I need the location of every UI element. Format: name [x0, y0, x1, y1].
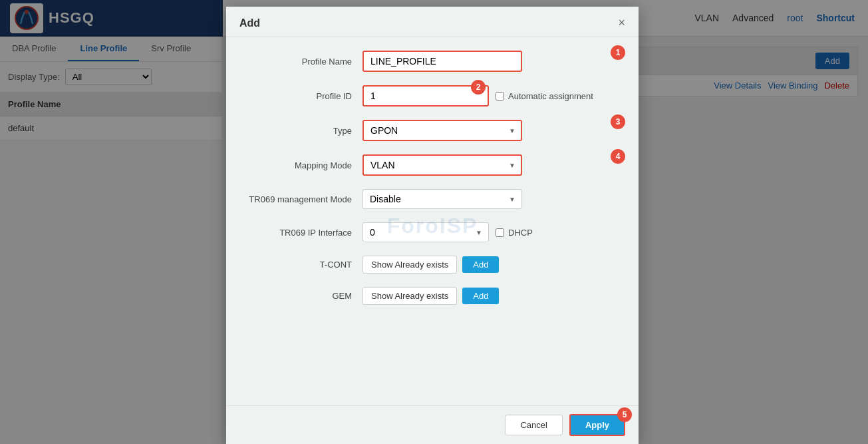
- mapping-mode-select-wrapper: VLAN GEM TCI: [362, 154, 522, 176]
- cancel-button[interactable]: Cancel: [505, 415, 562, 435]
- tr069-mode-row: TR069 management Mode Disable Enable: [246, 189, 619, 209]
- tcont-label: T-CONT: [246, 260, 362, 270]
- profile-id-label: Profile ID: [246, 91, 362, 101]
- gem-row: GEM Show Already exists Add: [246, 287, 619, 305]
- add-modal: Add × Profile Name 1 Profile ID 2 Automa…: [226, 7, 639, 444]
- modal-header: Add ×: [226, 7, 639, 37]
- tr069-mode-label: TR069 management Mode: [246, 194, 362, 204]
- apply-button[interactable]: Apply: [569, 414, 625, 436]
- step-badge-4: 4: [611, 149, 625, 164]
- dhcp-checkbox[interactable]: [496, 228, 504, 237]
- profile-name-label: Profile Name: [246, 57, 362, 67]
- step-badge-2: 2: [471, 80, 486, 95]
- gem-label: GEM: [246, 291, 362, 301]
- dhcp-label: DHCP: [496, 228, 533, 238]
- tr069-ip-select[interactable]: 0 1 2: [362, 222, 489, 242]
- tcont-show-exists-button[interactable]: Show Already exists: [362, 256, 457, 274]
- tcont-row: T-CONT Show Already exists Add: [246, 256, 619, 274]
- modal-close-button[interactable]: ×: [618, 16, 625, 30]
- gem-add-button[interactable]: Add: [462, 288, 499, 304]
- automatic-assignment-checkbox[interactable]: [496, 92, 504, 101]
- tr069-mode-select-wrapper: Disable Enable: [362, 189, 522, 209]
- type-select-wrapper: GPON EPON XGS-PON: [362, 120, 522, 141]
- mapping-mode-label: Mapping Mode: [246, 160, 362, 170]
- profile-id-row: Profile ID 2 Automatic assignment: [246, 85, 619, 107]
- apply-wrapper: Apply 5: [569, 414, 625, 436]
- tr069-ip-label: TR069 IP Interface: [246, 228, 362, 238]
- automatic-assignment-label: Automatic assignment: [496, 91, 593, 101]
- tcont-add-button[interactable]: Add: [462, 256, 499, 273]
- modal-body: Profile Name 1 Profile ID 2 Automatic as…: [226, 37, 639, 405]
- profile-name-input[interactable]: [362, 51, 522, 72]
- tr069-mode-select[interactable]: Disable Enable: [362, 189, 522, 209]
- type-row: Type GPON EPON XGS-PON 3: [246, 120, 619, 141]
- profile-id-input[interactable]: [362, 85, 489, 107]
- step-badge-3: 3: [611, 114, 625, 129]
- mapping-mode-row: Mapping Mode VLAN GEM TCI 4: [246, 154, 619, 176]
- tr069-ip-select-wrapper: 0 1 2: [362, 222, 489, 242]
- step-badge-5: 5: [617, 407, 632, 422]
- gem-show-exists-button[interactable]: Show Already exists: [362, 287, 457, 305]
- modal-footer: Cancel Apply 5: [226, 405, 639, 444]
- mapping-mode-select[interactable]: VLAN GEM TCI: [362, 154, 522, 176]
- modal-title: Add: [239, 17, 260, 29]
- step-badge-1: 1: [611, 45, 625, 60]
- tr069-ip-row: TR069 IP Interface 0 1 2 DHCP: [246, 222, 619, 242]
- type-select[interactable]: GPON EPON XGS-PON: [362, 120, 522, 141]
- type-label: Type: [246, 126, 362, 136]
- profile-name-row: Profile Name 1: [246, 51, 619, 72]
